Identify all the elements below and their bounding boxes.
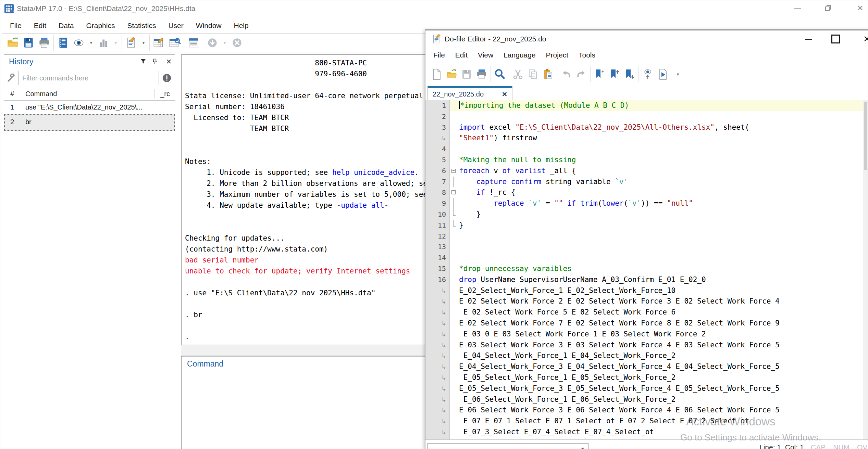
indicator-ovr: OVR bbox=[857, 443, 868, 449]
code-line: ↳ E_03_0 E_03_Select_Work_Force_1 E_03_S… bbox=[425, 329, 868, 340]
toolbar-separator bbox=[149, 35, 150, 51]
code-line: 1*importing the dataset (Module A B C D) bbox=[425, 100, 868, 111]
save-icon[interactable] bbox=[21, 35, 36, 51]
print-icon[interactable] bbox=[36, 35, 52, 51]
main-window-title: Stata/MP 17.0 - E:\S_Client\Data\22_nov_… bbox=[17, 4, 195, 13]
filter-funnel-icon[interactable] bbox=[140, 58, 151, 65]
toolbar-separator bbox=[590, 66, 591, 82]
toggle-bookmark-icon[interactable]: ± bbox=[592, 67, 607, 82]
code-line: 13 bbox=[425, 242, 868, 253]
menu-file[interactable]: File bbox=[428, 51, 450, 59]
code-line: ↳E_02_Select_Work_Force_2 E_02_Select_Wo… bbox=[425, 296, 868, 307]
new-file-icon[interactable] bbox=[429, 67, 444, 82]
undo-icon-disabled bbox=[559, 67, 574, 82]
dofile-status-bar: ▼ Line: 1, Col: 1 CAPNUMOVR bbox=[425, 439, 868, 449]
tab-label: 22_nov_2025.do bbox=[428, 90, 502, 98]
tab-close-icon[interactable]: ✕ bbox=[502, 90, 512, 98]
code-line: 15*drop unnecessay varaibles bbox=[425, 264, 868, 274]
menu-help[interactable]: Help bbox=[228, 22, 255, 30]
menu-file[interactable]: File bbox=[4, 22, 28, 30]
history-header: History ✕ bbox=[4, 55, 175, 68]
menu-view[interactable]: View bbox=[473, 51, 498, 59]
code-line: 3import excel "E:\S_Client\Data\22_nov_2… bbox=[425, 122, 868, 133]
column-divider[interactable] bbox=[154, 89, 155, 98]
execute-dropdown-caret[interactable]: ▼ bbox=[670, 67, 685, 82]
dofile-toolbar: ± ▼ bbox=[425, 63, 868, 85]
dofile-tab-bar: 22_nov_2025.do ✕ bbox=[425, 85, 868, 100]
toolbar-separator bbox=[122, 35, 122, 51]
dofile-title-bar: Do-file Editor - 22_nov_2025.do ✕ bbox=[425, 30, 868, 48]
editor-vertical-scrollbar[interactable] bbox=[863, 100, 868, 439]
dofile-minimize-button[interactable] bbox=[801, 33, 816, 46]
menu-statistics[interactable]: Statistics bbox=[121, 22, 162, 30]
menu-window[interactable]: Window bbox=[190, 22, 228, 30]
dofile-maximize-button[interactable] bbox=[831, 35, 840, 43]
preview-icon[interactable] bbox=[640, 67, 655, 82]
data-browser-icon[interactable] bbox=[167, 35, 183, 51]
scrollbar-thumb[interactable] bbox=[864, 102, 867, 170]
code-line: ↳ E_05_Select_Work_Force_1 E_05_Select_W… bbox=[425, 372, 868, 383]
history-close-icon[interactable]: ✕ bbox=[163, 57, 175, 66]
paste-icon[interactable] bbox=[541, 67, 556, 82]
code-line: ↳E_02_Select_Work_Force_7 E_02_Select_Wo… bbox=[425, 318, 868, 329]
code-line: ↳E_04_Select_Work_Force_3 E_04_Select_Wo… bbox=[425, 361, 868, 372]
previous-bookmark-icon[interactable] bbox=[607, 67, 622, 82]
viewer-eye-icon[interactable] bbox=[71, 35, 87, 51]
next-bookmark-icon[interactable] bbox=[622, 67, 637, 82]
wrench-icon[interactable] bbox=[4, 74, 18, 82]
graph-dropdown-caret[interactable]: ▼ bbox=[111, 35, 120, 51]
main-minimize-button[interactable] bbox=[790, 2, 805, 15]
menu-edit[interactable]: Edit bbox=[450, 51, 473, 59]
code-rows: 1*importing the dataset (Module A B C D)… bbox=[425, 100, 868, 438]
menu-graphics[interactable]: Graphics bbox=[80, 22, 121, 30]
dofile-editor-icon[interactable] bbox=[123, 35, 139, 51]
print-icon[interactable] bbox=[474, 67, 489, 82]
dofile-window-title: Do-file Editor - 22_nov_2025.do bbox=[445, 35, 546, 43]
dofile-dropdown-caret[interactable]: ▼ bbox=[139, 35, 148, 51]
history-row[interactable]: 2br bbox=[4, 114, 175, 131]
execute-do-icon[interactable] bbox=[655, 67, 670, 82]
bottom-combobox[interactable]: ▼ bbox=[427, 443, 588, 449]
combobox-caret-icon[interactable]: ▼ bbox=[580, 446, 585, 449]
open-icon[interactable] bbox=[444, 67, 459, 82]
menu-data[interactable]: Data bbox=[52, 22, 80, 30]
open-icon[interactable] bbox=[5, 35, 21, 51]
stata-app-icon: 17 bbox=[4, 4, 14, 13]
menu-tools[interactable]: Tools bbox=[573, 51, 600, 59]
code-line: 11} bbox=[425, 220, 868, 231]
dofile-editor-window: Do-file Editor - 22_nov_2025.do ✕ FileEd… bbox=[425, 29, 868, 449]
important-exclamation-icon[interactable] bbox=[159, 73, 175, 83]
menu-edit[interactable]: Edit bbox=[28, 22, 52, 30]
toolbar-separator bbox=[203, 35, 203, 51]
text-caret bbox=[459, 101, 460, 109]
variables-manager-icon[interactable] bbox=[186, 35, 201, 51]
menu-user[interactable]: User bbox=[162, 22, 189, 30]
column-divider[interactable] bbox=[22, 89, 22, 98]
history-col-command: Command bbox=[25, 90, 57, 98]
menu-language[interactable]: Language bbox=[498, 51, 541, 59]
data-editor-icon[interactable] bbox=[151, 35, 167, 51]
dofile-close-button[interactable]: ✕ bbox=[863, 34, 868, 44]
history-column-header: # Command _rc bbox=[4, 88, 175, 101]
code-line: 6foreach v of varlist _all { bbox=[425, 166, 868, 177]
main-title-bar: 17 Stata/MP 17.0 - E:\S_Client\Data\22_n… bbox=[0, 0, 868, 17]
code-line: ↳ E_04_Select_Work_Force_1 E_04_Select_W… bbox=[425, 350, 868, 361]
main-restore-button[interactable] bbox=[820, 2, 836, 15]
command-title: Command bbox=[182, 359, 223, 369]
graph-icon[interactable] bbox=[96, 35, 111, 51]
history-row[interactable]: 1use "E:\S_Client\Data\22_nov_2025\... bbox=[4, 101, 175, 114]
tab-22-nov-2025-do[interactable]: 22_nov_2025.do ✕ bbox=[427, 86, 512, 100]
menu-project[interactable]: Project bbox=[541, 51, 573, 59]
main-close-button[interactable]: ✕ bbox=[852, 2, 868, 15]
log-icon[interactable] bbox=[55, 35, 71, 51]
code-line: 7 capture confirm string variable `v' bbox=[425, 177, 868, 188]
pin-icon[interactable] bbox=[151, 58, 163, 65]
history-filter-input[interactable] bbox=[18, 71, 159, 85]
code-line: 5*Making the null to missing bbox=[425, 155, 868, 166]
indicator-cap: CAP bbox=[811, 443, 826, 449]
viewer-dropdown-caret[interactable]: ▼ bbox=[87, 35, 96, 51]
dofile-doc-icon bbox=[432, 34, 442, 44]
code-editor[interactable]: 1*importing the dataset (Module A B C D)… bbox=[425, 100, 868, 439]
find-icon[interactable] bbox=[492, 67, 507, 82]
toolbar-separator bbox=[53, 35, 54, 51]
